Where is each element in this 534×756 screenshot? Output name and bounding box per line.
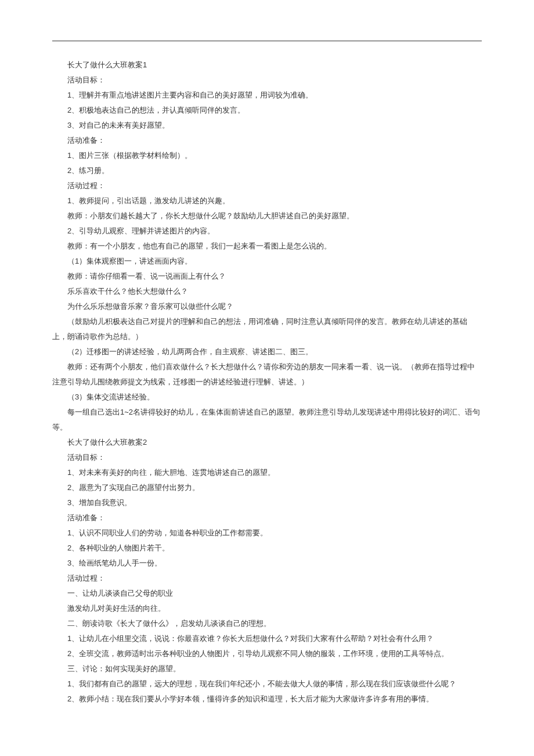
paragraph: 活动准备： xyxy=(52,133,482,148)
paragraph: 1、对未来有美好的向往，能大胆地、连贯地讲述自己的愿望。 xyxy=(52,465,482,480)
paragraph: 活动过程： xyxy=(52,571,482,586)
paragraph: 三、讨论：如何实现美好的愿望。 xyxy=(52,661,482,676)
paragraph: 2、练习册。 xyxy=(52,163,482,178)
paragraph: 乐乐喜欢干什么？他长大想做什么？ xyxy=(52,284,482,299)
paragraph: 1、教师提问，引出话题，激发幼儿讲述的兴趣。 xyxy=(52,193,482,208)
paragraph: 二、朗读诗歌《长大了做什么》，启发幼儿谈谈自己的理想。 xyxy=(52,616,482,631)
paragraph: 活动过程： xyxy=(52,178,482,193)
paragraph: 2、积极地表达自己的想法，并认真倾听同伴的发言。 xyxy=(52,103,482,118)
document-body: 长大了做什么大班教案1活动目标：1、理解并有重点地讲述图片主要内容和自己的美好愿… xyxy=(52,57,482,707)
paragraph: 1、认识不同职业人们的劳动，知道各种职业的工作都需要。 xyxy=(52,525,482,541)
paragraph: 3、绘画纸笔幼儿人手一份。 xyxy=(52,556,482,571)
paragraph: 2、教师小结：现在我们要从小学好本领，懂得许多的知识和道理，长大后才能为大家做许… xyxy=(52,692,482,707)
paragraph: 2、愿意为了实现自己的愿望付出努力。 xyxy=(52,480,482,495)
paragraph: （鼓励幼儿积极表达自己对提片的理解和自己的想法，用词准确，同时注意认真倾听同伴的… xyxy=(52,314,482,344)
paragraph: 3、增加自我意识。 xyxy=(52,495,482,510)
horizontal-rule xyxy=(52,41,482,41)
paragraph: 一、让幼儿谈谈自己父母的职业 xyxy=(52,586,482,601)
paragraph: （3）集体交流讲述经验。 xyxy=(52,390,482,405)
paragraph: 为什么乐乐想做音乐家？音乐家可以做些什么呢？ xyxy=(52,299,482,314)
paragraph: 活动目标： xyxy=(52,450,482,465)
paragraph: 长大了做什么大班教案2 xyxy=(52,435,482,450)
paragraph: 教师：有一个小朋友，他也有自己的愿望，我们一起来看一看图上是怎么说的。 xyxy=(52,239,482,254)
paragraph: 教师：请你仔细看一看、说一说画面上有什么？ xyxy=(52,269,482,284)
paragraph: 1、图片三张（根据教学材料绘制）。 xyxy=(52,148,482,163)
paragraph: （2）迁移图一的讲述经验，幼儿两两合作，自主观察、讲述图二、图三。 xyxy=(52,344,482,359)
paragraph: 教师：小朋友们越长越大了，你长大想做什么呢？鼓励幼儿大胆讲述自己的美好愿望。 xyxy=(52,208,482,224)
paragraph: 2、全班交流，教师适时出示各种职业的人物图片，引导幼儿观察不同人物的服装，工作环… xyxy=(52,646,482,661)
paragraph: 2、引导幼儿观察、理解并讲述图片的内容。 xyxy=(52,224,482,239)
paragraph: （1）集体观察图一，讲述画面内容。 xyxy=(52,254,482,269)
paragraph: 激发幼儿对美好生活的向往。 xyxy=(52,601,482,616)
paragraph: 1、理解并有重点地讲述图片主要内容和自己的美好愿望，用词较为准确。 xyxy=(52,88,482,103)
paragraph: 1、我们都有自己的愿望，远大的理想，现在我们年纪还小，不能去做大人做的事情，那么… xyxy=(52,676,482,692)
paragraph: 活动目标： xyxy=(52,73,482,88)
paragraph: 活动准备： xyxy=(52,510,482,525)
paragraph: 1、让幼儿在小组里交流，说说：你最喜欢谁？你长大后想做什么？对我们大家有什么帮助… xyxy=(52,631,482,646)
paragraph: 3、对自己的未来有美好愿望。 xyxy=(52,118,482,133)
paragraph: 每一组自己选出1~2名讲得较好的幼儿，在集体面前讲述自己的愿望。教师注意引导幼儿… xyxy=(52,405,482,435)
paragraph: 教师：还有两个小朋友，他们喜欢做什么？长大想做什么？请你和旁边的朋友一同来看一看… xyxy=(52,359,482,390)
paragraph: 长大了做什么大班教案1 xyxy=(52,57,482,73)
paragraph: 2、各种职业的人物图片若干。 xyxy=(52,541,482,556)
